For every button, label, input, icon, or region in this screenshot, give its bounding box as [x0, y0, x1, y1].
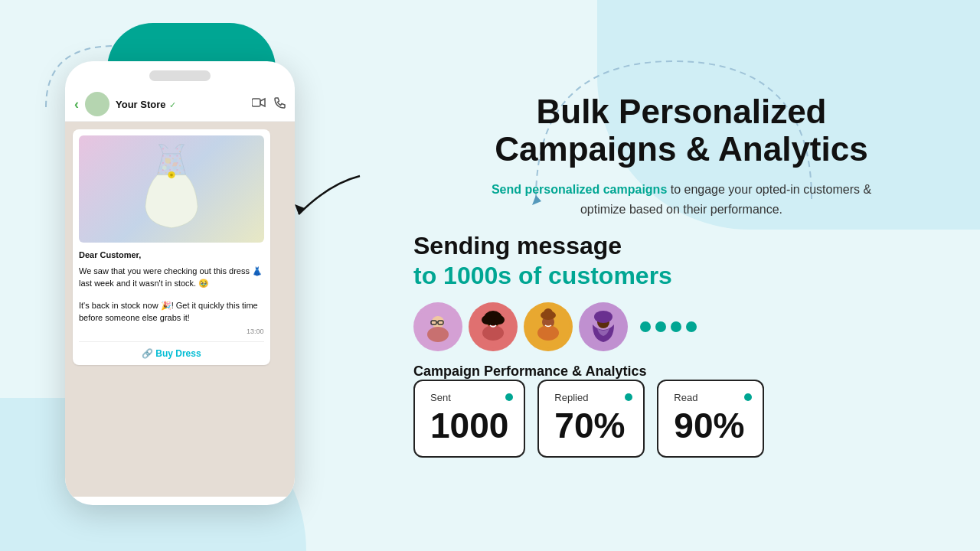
read-label: Read: [674, 392, 747, 403]
phone-notch: [149, 70, 211, 81]
customer-avatar-4: [579, 302, 628, 351]
greeting: Dear Customer,: [79, 249, 264, 262]
svg-point-6: [165, 158, 170, 163]
back-icon[interactable]: ‹: [74, 96, 79, 112]
svg-point-22: [482, 315, 492, 324]
analytics-title: Campaign Performance & Analytics: [413, 364, 949, 380]
left-section: ‹ Your Store ✓: [31, 15, 383, 536]
phone-call-icon[interactable]: [273, 97, 286, 112]
store-name: Your Store: [116, 99, 166, 110]
svg-point-27: [544, 308, 553, 318]
svg-point-28: [537, 325, 559, 341]
svg-point-7: [173, 162, 178, 167]
svg-point-31: [594, 311, 612, 323]
message-text: Dear Customer, We saw that you were chec…: [79, 249, 264, 290]
customer-avatar-2: [469, 302, 518, 351]
read-dot: [744, 393, 752, 401]
analytics-card-sent: Sent 1000: [413, 380, 525, 458]
subtitle-highlight: Send personalized campaigns: [492, 183, 667, 196]
sending-line1: Sending message: [413, 231, 949, 260]
dot-3: [671, 321, 681, 332]
customer-avatar-3: [524, 302, 573, 351]
read-value: 90%: [674, 406, 747, 445]
dress-image: [79, 135, 264, 243]
customer-avatar-1: [413, 302, 462, 351]
replied-dot: [625, 393, 632, 401]
main-title: Bulk Personalized Campaigns & Analytics: [413, 93, 949, 168]
sent-value: 1000: [430, 406, 508, 445]
analytics-cards: Sent 1000 Replied 70% Read 90%: [413, 380, 949, 458]
sent-dot: [505, 393, 513, 401]
cta-button[interactable]: 🔗 Buy Dress: [79, 341, 264, 359]
dress-svg: [141, 143, 202, 235]
customers-avatars-row: [413, 302, 949, 351]
analytics-section: Campaign Performance & Analytics Sent 10…: [413, 364, 949, 458]
subtitle-block: Send personalized campaigns to engage yo…: [482, 180, 880, 219]
analytics-card-read: Read 90%: [657, 380, 764, 458]
phone-mockup: ‹ Your Store ✓: [65, 61, 295, 505]
message-body1: We saw that you were checking out this d…: [79, 266, 263, 289]
video-call-icon[interactable]: [252, 97, 266, 112]
whatsapp-header: ‹ Your Store ✓: [65, 87, 295, 122]
store-avatar: [85, 92, 109, 116]
dot-2: [655, 321, 666, 332]
wa-action-icons: [252, 97, 286, 112]
svg-point-21: [494, 315, 505, 324]
sent-label: Sent: [430, 392, 508, 403]
title-line1: Bulk Personalized: [413, 93, 949, 130]
svg-point-10: [170, 174, 173, 177]
message-body2: It's back in stock now 🎉! Get it quickly…: [79, 299, 264, 324]
replied-label: Replied: [554, 392, 628, 403]
title-line2: Campaigns & Analytics: [413, 131, 949, 168]
replied-value: 70%: [554, 406, 628, 445]
cta-label: Buy Dress: [155, 348, 201, 359]
whatsapp-chat: Dear Customer, We saw that you were chec…: [65, 122, 295, 497]
message-bubble: Dear Customer, We saw that you were chec…: [73, 129, 270, 365]
main-layout: ‹ Your Store ✓: [0, 0, 980, 551]
dot-4: [686, 321, 697, 332]
svg-marker-2: [260, 99, 265, 106]
arrow-decoration: [291, 168, 368, 230]
svg-point-8: [162, 166, 167, 171]
svg-point-14: [427, 327, 449, 342]
svg-point-23: [482, 325, 504, 341]
svg-rect-1: [252, 99, 260, 106]
more-dots: [640, 321, 697, 332]
link-icon: 🔗: [142, 348, 155, 359]
sending-line2: to 1000s of customers: [413, 261, 949, 290]
svg-marker-11: [295, 204, 305, 214]
message-time: 13:00: [79, 328, 264, 335]
sending-title: Sending message to 1000s of customers: [413, 231, 949, 290]
dot-1: [640, 321, 651, 332]
analytics-card-replied: Replied 70%: [537, 380, 645, 458]
right-section: Bulk Personalized Campaigns & Analytics …: [383, 93, 949, 457]
verified-badge: ✓: [169, 100, 176, 109]
